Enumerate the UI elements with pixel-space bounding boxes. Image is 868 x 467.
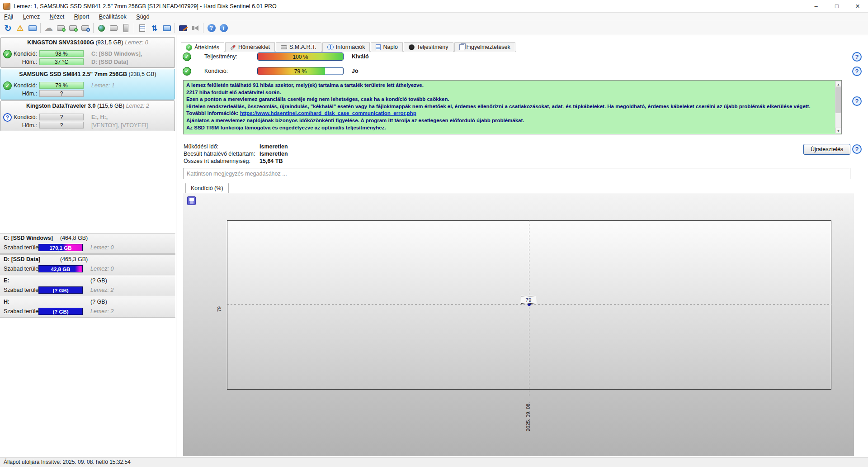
tab-log[interactable]: Napló [371,42,403,52]
menu-file[interactable]: Fájl [0,13,17,21]
help-icon[interactable]: ? [205,22,217,34]
close-button[interactable] [847,0,868,13]
partition-size: (? GB) [90,277,107,284]
disk-search-icon[interactable] [79,22,91,34]
window-title: Lemez: 1, SAMSUNG SSD SM841 2.5" 7mm 256… [14,0,277,13]
notes-scrollbar[interactable]: ▲ ▼ [835,81,841,133]
info-link[interactable]: https://www.hdsentinel.com/hard_disk_cas… [240,110,416,116]
condition-label: Kondíció: [10,51,37,57]
menu-settings[interactable]: Beállítások [95,13,131,21]
performance-value: 100 % [258,53,343,61]
tab-information[interactable]: Információk [322,42,370,52]
partition-entry-c[interactable]: C: [SSD Windows] (464,8 GB) Szabad terül… [0,233,175,254]
disk-number: Lemez: 0 [125,39,148,46]
condition-label: Kondíció: [204,68,257,74]
removable-disk-icon[interactable] [108,22,120,34]
note-line: Ajánlatos a merevlemez naplójának bizony… [186,117,834,124]
help-icon[interactable]: ? [852,67,862,76]
disk-entry-samsung-ssd[interactable]: SAMSUNG SSD SM841 2.5" 7mm 256GB (238,5 … [0,69,175,100]
partition-name: E: [4,277,9,284]
menubar: Fájl Lemez Nézet Riport Beállítások Súgó [0,13,868,21]
ok-icon: ✓ [183,67,191,76]
temperature-bar: 37 °C [39,58,84,65]
disk-monitor-icon[interactable] [26,22,38,34]
minimize-button[interactable] [806,0,826,13]
disk-test-icon[interactable] [67,22,79,34]
disk-offline-icon[interactable]: ☁ [42,22,55,34]
partition-entry-e[interactable]: E: (? GB) Szabad terület (? GB) Lemez: 2 [0,276,175,296]
free-space-bar: 42,8 GB [38,265,83,272]
performance-rating: Kiváló [352,53,369,60]
partition-name: H: [4,299,9,305]
main-panel: Áttekintés Hőmérséklet S.M.A.R.T. Inform… [176,35,868,457]
comment-input[interactable] [183,168,850,179]
lifetime-row: Becsült hátralévő élettartam:Ismeretlen [184,151,288,157]
chart-body: 79 79 2025. 09. 08. [183,193,854,456]
scroll-down-icon[interactable]: ▼ [835,128,841,133]
disk-entry-kingston-ssd[interactable]: KINGSTON SNV3S1000G (931,5 GB) Lemez: 0 … [0,37,175,68]
menu-help[interactable]: Súgó [132,13,153,21]
disk-warning-icon[interactable]: ⚠ [14,22,26,34]
temperature-label: Hőm.: [10,122,37,129]
disk-entry-kingston-usb[interactable]: Kingston DataTraveler 3.0 (115,6 GB) Lem… [0,100,175,131]
info-icon[interactable]: i [217,22,230,34]
scroll-up-icon[interactable]: ▲ [835,81,841,87]
status-text: Állapot utoljára frissítve: 2025. 09. 08… [4,459,131,465]
help-icon[interactable]: ? [852,144,862,154]
disk-number: Lemez: 2 [90,287,113,293]
health-notes-box: A lemez felületén található 91 hibás sze… [183,80,842,134]
temperature-label: Hőm.: [10,91,37,97]
disk-number: Lemez: 1 [91,82,114,89]
check-icon [186,44,192,51]
refresh-icon[interactable]: ↻ [2,22,14,34]
history-chart-panel: Kondíció (%) 79 79 2025. 09. 08. [183,183,854,456]
partition-name: D: [SSD Data] [4,256,40,262]
web-status-icon[interactable] [160,22,173,34]
maximize-button[interactable] [826,0,847,13]
free-space-label: Szabad terület [4,287,40,293]
note-line: Hirtelen rendszerleállás, összeomlás, új… [186,103,834,110]
chart-tab-condition[interactable]: Kondíció (%) [185,183,229,193]
disk-size: (238,5 GB) [129,71,156,77]
disk-icon [281,45,287,49]
tab-smart[interactable]: S.M.A.R.T. [276,42,321,52]
help-icon[interactable]: ? [852,96,862,106]
server-icon[interactable] [120,22,132,34]
scrollbar-thumb[interactable] [835,87,841,113]
volume-labels: [VENTOY], [VTOYEFI] [91,122,148,129]
tab-alerts[interactable]: Figyelmeztetések [454,42,515,52]
chart-y-tick: 79 [217,296,222,312]
app-window: Lemez: 1, SAMSUNG SSD SM841 2.5" 7mm 256… [0,0,868,467]
sync-icon[interactable]: ⇅ [148,22,160,34]
tab-overview[interactable]: Áttekintés [181,42,224,52]
desktop-edit-icon[interactable] [177,22,189,34]
menu-report[interactable]: Riport [70,13,93,21]
partition-name: C: [SSD Windows] [4,235,53,241]
partition-entry-d[interactable]: D: [SSD Data] (465,3 GB) Szabad terület … [0,254,175,275]
tabbar: Áttekintés Hőmérséklet S.M.A.R.T. Inform… [181,42,516,52]
total-written-row: Összes írt adatmennyiség:15,64 TB [184,158,283,165]
disk-accept-icon[interactable] [55,22,67,34]
condition-label: Kondíció: [10,82,37,89]
help-icon[interactable]: ? [852,52,862,62]
condition-value: 79 % [258,67,343,75]
sound-icon[interactable] [189,22,201,34]
titlebar: Lemez: 1, SAMSUNG SSD SM841 2.5" 7mm 256… [0,0,868,13]
performance-label: Teljesítmény: [204,53,257,60]
save-icon[interactable] [187,196,196,205]
tab-performance[interactable]: Teljesítmény [404,42,453,52]
menu-view[interactable]: Nézet [46,13,69,21]
disk-size: (931,5 GB) [96,39,123,46]
retest-button[interactable]: Újratesztelés [803,144,850,155]
note-line: Ezen a ponton a merevlemez garanciális c… [186,96,834,103]
performance-row: ✓ Teljesítmény: 100 % Kiváló [183,52,369,61]
tab-temperature[interactable]: Hőmérséklet [225,42,275,52]
menu-disk[interactable]: Lemez [19,13,44,21]
chart-point-label: 79 [521,296,536,304]
partition-entry-h[interactable]: H: (? GB) Szabad terület (? GB) Lemez: 2 [0,297,175,318]
report-icon[interactable] [136,22,148,34]
free-space-label: Szabad terület [4,244,40,251]
network-disk-icon[interactable] [95,22,108,34]
note-line-link: További információk: https://www.hdsenti… [186,110,834,117]
statusbar: Állapot utoljára frissítve: 2025. 09. 08… [0,457,868,467]
